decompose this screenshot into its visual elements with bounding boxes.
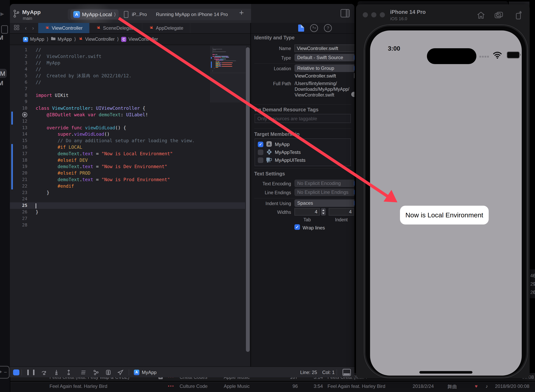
strip-selected-item[interactable]: M bbox=[0, 69, 7, 78]
code-line-14[interactable]: 14 super.viewDidLoad() bbox=[10, 131, 245, 137]
location-select[interactable]: Relative to Group bbox=[294, 65, 354, 72]
select-stepper-icon[interactable] bbox=[354, 65, 354, 71]
select-stepper-icon[interactable] bbox=[354, 189, 354, 195]
code-line-4[interactable]: 4// bbox=[10, 66, 245, 73]
code-line-19[interactable]: 19 demoText.text = "Now is Dev Environme… bbox=[10, 163, 245, 170]
code-line-2[interactable]: 2// ViewController.swift bbox=[10, 53, 245, 60]
debug-area-toggle-icon[interactable] bbox=[343, 369, 351, 376]
breakpoints-toggle-icon[interactable] bbox=[13, 369, 19, 375]
running-app-chip[interactable]: A MyApp bbox=[134, 370, 157, 375]
indent-using-select[interactable]: Spaces bbox=[294, 199, 354, 207]
tab-ViewController[interactable]: ViewController bbox=[38, 23, 90, 33]
run-destination-status[interactable]: iP...Pro Running MyApp on iPhone 14 Pro bbox=[124, 11, 228, 18]
minimize-icon[interactable] bbox=[371, 12, 376, 17]
editor-scrollbar[interactable] bbox=[246, 47, 250, 352]
breadcrumb-item[interactable]: MyApp bbox=[51, 36, 72, 42]
code-line-24[interactable]: 24 bbox=[10, 196, 245, 202]
code-line-27[interactable]: 27 bbox=[10, 215, 245, 222]
membership-checkbox[interactable] bbox=[258, 149, 263, 155]
membership-row-MyAppTests[interactable]: MyAppTests bbox=[255, 148, 350, 156]
indent-width-field[interactable]: 4 bbox=[329, 208, 354, 216]
code-line-17[interactable]: 17 demoText.text = "Now is Local Environ… bbox=[10, 150, 245, 157]
code-line-3[interactable]: 3// MyApp bbox=[10, 60, 245, 66]
membership-checkbox[interactable] bbox=[258, 157, 263, 163]
go-forward-icon[interactable]: › bbox=[32, 25, 34, 31]
code-line-12[interactable]: 12 bbox=[10, 118, 245, 125]
related-items-grid-icon[interactable] bbox=[14, 25, 19, 32]
source-editor[interactable]: 1//2// ViewController.swift3// MyApp4//5… bbox=[10, 45, 250, 366]
simulate-location-icon[interactable] bbox=[118, 369, 124, 375]
go-back-icon[interactable]: ‹ bbox=[25, 25, 27, 31]
iphone-screen[interactable]: 3:00 Now is Local Environment bbox=[370, 30, 522, 376]
code-line-7[interactable]: 7 bbox=[10, 86, 245, 92]
code-line-10[interactable]: 10class ViewController: UIViewController… bbox=[10, 105, 245, 112]
code-line-13[interactable]: 13 override func viewDidLoad() { bbox=[10, 125, 245, 131]
code-line-16[interactable]: 16 #if LOCAL bbox=[10, 144, 245, 150]
rotate-device-icon[interactable] bbox=[514, 11, 523, 20]
code-line-26[interactable]: 26} bbox=[10, 209, 245, 215]
branch-name[interactable]: main bbox=[23, 16, 32, 21]
screenshot-camera-icon[interactable] bbox=[494, 11, 503, 20]
tab-width-field[interactable]: 4 bbox=[294, 208, 320, 216]
list-icon[interactable] bbox=[1, 25, 8, 34]
zoom-icon[interactable] bbox=[380, 12, 385, 17]
outlet-connected-icon[interactable] bbox=[22, 112, 27, 117]
code-line-8[interactable]: 8import UIKit bbox=[10, 92, 245, 99]
breadcrumb-item[interactable]: AMyApp bbox=[23, 36, 44, 42]
stack-frames-icon[interactable] bbox=[81, 369, 87, 375]
code-line-21[interactable]: 21 demoText.text = "Now is Prod Environm… bbox=[10, 176, 245, 183]
membership-checkbox[interactable]: ✓ bbox=[258, 142, 263, 147]
code-line-11[interactable]: @IBOutlet weak var demoText: UILabel! bbox=[10, 112, 245, 118]
play-icon[interactable]: ▶ bbox=[0, 11, 4, 17]
folder-icon[interactable] bbox=[354, 74, 354, 78]
code-line-20[interactable]: 20 #elseif PROD bbox=[10, 170, 245, 176]
step-over-icon[interactable] bbox=[41, 369, 47, 375]
toggle-inspector-icon[interactable] bbox=[341, 9, 350, 17]
line-endings-select[interactable]: No Explicit Line Endings bbox=[294, 188, 354, 196]
pause-icon[interactable] bbox=[27, 370, 34, 375]
select-stepper-icon[interactable] bbox=[354, 200, 354, 206]
file-inspector-icon[interactable] bbox=[298, 24, 304, 32]
step-out-icon[interactable] bbox=[66, 369, 72, 375]
type-select[interactable]: Default - Swift Source bbox=[294, 54, 354, 61]
tab-AppDelegate[interactable]: AppDelegate bbox=[142, 23, 190, 33]
membership-row-MyAppUITests[interactable]: MyAppUITests bbox=[255, 156, 350, 164]
name-field[interactable]: ViewController.swift bbox=[294, 45, 354, 52]
wrap-lines-checkbox[interactable]: ✓ bbox=[294, 224, 300, 230]
step-into-icon[interactable] bbox=[53, 369, 59, 375]
text-encoding-select[interactable]: No Explicit Encoding bbox=[294, 180, 354, 187]
breadcrumb-item[interactable]: ViewController bbox=[78, 36, 115, 42]
code-text: demoText.text = "Now is Dev Environment" bbox=[36, 163, 167, 170]
code-line-6[interactable]: 6// bbox=[10, 79, 245, 86]
resource-tags-field[interactable]: Only resources are taggable bbox=[255, 114, 351, 123]
code-line-28[interactable]: 28 bbox=[10, 222, 245, 229]
code-line-1[interactable]: 1// bbox=[10, 47, 245, 53]
scheme-selector[interactable]: A MyApp-Local ⟩ bbox=[71, 9, 119, 19]
code-line-25[interactable]: 25 bbox=[10, 202, 245, 209]
history-inspector-icon[interactable] bbox=[310, 24, 318, 32]
select-stepper-icon[interactable] bbox=[354, 55, 354, 61]
view-hierarchy-icon[interactable] bbox=[93, 369, 99, 375]
minimap[interactable] bbox=[210, 46, 246, 103]
reveal-arrow-icon[interactable]: → bbox=[351, 92, 354, 97]
code-line-22[interactable]: 22 #endif bbox=[10, 183, 245, 189]
code-line-23[interactable]: 23 } bbox=[10, 189, 245, 196]
select-stepper-icon[interactable] bbox=[354, 180, 354, 186]
memory-graph-icon[interactable] bbox=[105, 369, 111, 375]
music-row[interactable]: Feel Again feat. Harley Bird ••• Culture… bbox=[10, 382, 535, 392]
tab-SceneDelegate[interactable]: SceneDelegate bbox=[90, 23, 142, 33]
code-line-15[interactable]: 15 // Do any additional setup after load… bbox=[10, 137, 245, 144]
close-icon[interactable] bbox=[363, 12, 368, 17]
home-button-icon[interactable] bbox=[476, 11, 486, 20]
simulator-titlebar[interactable]: iPhone 14 Pro iOS 16.0 bbox=[356, 4, 530, 23]
add-button[interactable]: + bbox=[239, 8, 244, 17]
code-line-18[interactable]: 18 #elseif DEV bbox=[10, 157, 245, 163]
help-inspector-icon[interactable]: ? bbox=[324, 24, 332, 32]
code-line-5[interactable]: 5// Created by 沐晨冉 on 2022/10/12. bbox=[10, 73, 245, 79]
membership-row-MyApp[interactable]: ✓AMyApp bbox=[255, 140, 350, 148]
code-line-9[interactable]: 9 bbox=[10, 98, 245, 105]
tab-width-stepper[interactable] bbox=[321, 208, 326, 216]
project-title[interactable]: MyApp bbox=[22, 9, 41, 15]
breadcrumb-item[interactable]: CViewController bbox=[121, 36, 158, 42]
adjust-editor-icon[interactable]: + – bbox=[0, 366, 10, 378]
